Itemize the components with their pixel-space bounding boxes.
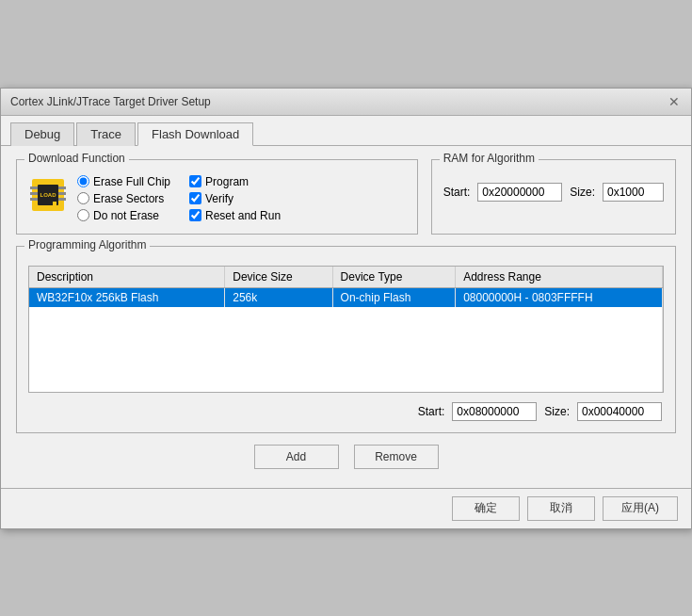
svg-rect-9 bbox=[53, 202, 56, 205]
svg-rect-2 bbox=[30, 186, 38, 189]
radio-do-not-erase[interactable]: Do not Erase bbox=[77, 209, 170, 222]
top-row: Download Function bbox=[16, 159, 676, 246]
col-device-size: Device Size bbox=[225, 267, 332, 288]
tab-debug[interactable]: Debug bbox=[10, 122, 74, 146]
algo-table-body: WB32F10x 256kB Flash 256k On-chip Flash … bbox=[29, 287, 663, 392]
download-function-group: Download Function bbox=[16, 159, 418, 235]
df-inner: LOAD Erase Full Chip Erase Sectors bbox=[28, 173, 406, 222]
chip-icon: LOAD bbox=[28, 175, 68, 215]
window-title: Cortex JLink/JTrace Target Driver Setup bbox=[10, 95, 211, 108]
algo-start-label: Start: bbox=[418, 405, 445, 418]
radio-erase-sectors[interactable]: Erase Sectors bbox=[77, 192, 170, 205]
col-address-range: Address Range bbox=[456, 267, 663, 288]
ram-inner: Start: Size: bbox=[443, 183, 664, 202]
cell-device-size: 256k bbox=[225, 287, 332, 307]
ram-algorithm-group: RAM for Algorithm Start: Size: bbox=[431, 159, 676, 235]
footer: 确定 取消 应用(A) bbox=[1, 488, 691, 528]
main-window: Cortex JLink/JTrace Target Driver Setup … bbox=[0, 88, 692, 529]
tab-content: Download Function bbox=[1, 146, 691, 488]
tab-bar: Debug Trace Flash Download bbox=[1, 116, 691, 146]
col-description: Description bbox=[29, 267, 225, 288]
action-button-row: Add Remove bbox=[16, 445, 676, 469]
confirm-button[interactable]: 确定 bbox=[452, 496, 520, 521]
programming-algorithm-group: Programming Algorithm Description Device… bbox=[16, 246, 676, 433]
svg-rect-6 bbox=[58, 192, 66, 195]
close-button[interactable]: ✕ bbox=[667, 94, 682, 109]
radio-group: Erase Full Chip Erase Sectors Do not Era… bbox=[77, 175, 170, 222]
ram-start-input[interactable] bbox=[477, 183, 562, 202]
add-button[interactable]: Add bbox=[254, 445, 339, 469]
title-bar: Cortex JLink/JTrace Target Driver Setup … bbox=[1, 89, 691, 116]
algo-size-label: Size: bbox=[544, 405, 570, 418]
svg-text:LOAD: LOAD bbox=[40, 192, 57, 198]
radio-erase-full[interactable]: Erase Full Chip bbox=[77, 175, 170, 188]
checkbox-group: Program Verify Reset and Run bbox=[189, 175, 281, 222]
svg-rect-3 bbox=[30, 192, 38, 195]
cell-address-range: 08000000H - 0803FFFFH bbox=[456, 287, 663, 307]
ram-algorithm-title: RAM for Algorithm bbox=[440, 152, 539, 165]
programming-algorithm-title: Programming Algorithm bbox=[24, 238, 150, 251]
ram-size-label: Size: bbox=[570, 186, 595, 199]
svg-rect-7 bbox=[58, 198, 66, 201]
algo-table: Description Device Size Device Type Addr… bbox=[29, 267, 663, 392]
algo-start-size-row: Start: Size: bbox=[28, 402, 664, 421]
checkbox-verify[interactable]: Verify bbox=[189, 192, 281, 205]
remove-button[interactable]: Remove bbox=[354, 445, 439, 469]
download-function-title: Download Function bbox=[24, 152, 129, 165]
checkbox-reset-run[interactable]: Reset and Run bbox=[189, 209, 281, 222]
tab-flash-download[interactable]: Flash Download bbox=[137, 122, 253, 146]
tab-trace[interactable]: Trace bbox=[76, 122, 136, 146]
checkbox-program[interactable]: Program bbox=[189, 175, 281, 188]
algo-start-input[interactable] bbox=[452, 402, 537, 421]
cell-description: WB32F10x 256kB Flash bbox=[29, 287, 225, 307]
ram-start-label: Start: bbox=[443, 186, 471, 199]
table-row[interactable]: WB32F10x 256kB Flash 256k On-chip Flash … bbox=[29, 287, 663, 307]
svg-rect-4 bbox=[30, 198, 38, 201]
ram-size-input[interactable] bbox=[603, 183, 664, 202]
cell-device-type: On-chip Flash bbox=[332, 287, 456, 307]
apply-button[interactable]: 应用(A) bbox=[603, 496, 678, 521]
algo-size-input[interactable] bbox=[577, 402, 662, 421]
prog-algo-content: Description Device Size Device Type Addr… bbox=[28, 266, 664, 421]
table-header-row: Description Device Size Device Type Addr… bbox=[29, 267, 663, 288]
cancel-button[interactable]: 取消 bbox=[527, 496, 595, 521]
algo-table-container: Description Device Size Device Type Addr… bbox=[28, 266, 664, 393]
svg-rect-5 bbox=[58, 186, 66, 189]
col-device-type: Device Type bbox=[332, 267, 456, 288]
